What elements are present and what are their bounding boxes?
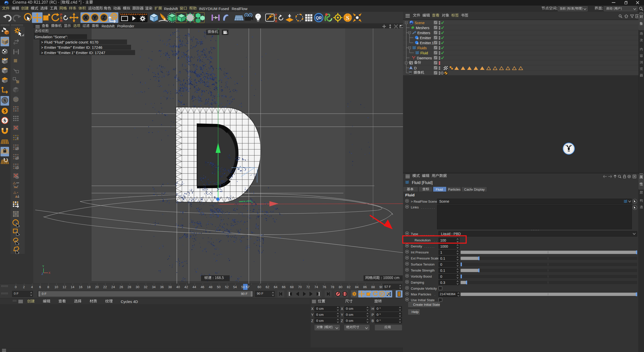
- svg-text:QR: QR: [316, 16, 322, 20]
- svg-text:R: R: [275, 19, 277, 23]
- svg-text:Z: Z: [42, 272, 43, 275]
- svg-text:Z: Z: [102, 15, 106, 20]
- svg-text:S: S: [4, 109, 6, 114]
- svg-text:R: R: [60, 19, 63, 23]
- svg-text:Y: Y: [93, 15, 97, 20]
- svg-text:Y: Y: [42, 265, 44, 268]
- svg-text:P: P: [381, 292, 383, 296]
- svg-text:X: X: [49, 271, 51, 274]
- svg-text:S: S: [4, 118, 6, 123]
- svg-text:S: S: [4, 98, 6, 103]
- svg-text:S: S: [346, 15, 349, 21]
- svg-text:X: X: [84, 15, 88, 20]
